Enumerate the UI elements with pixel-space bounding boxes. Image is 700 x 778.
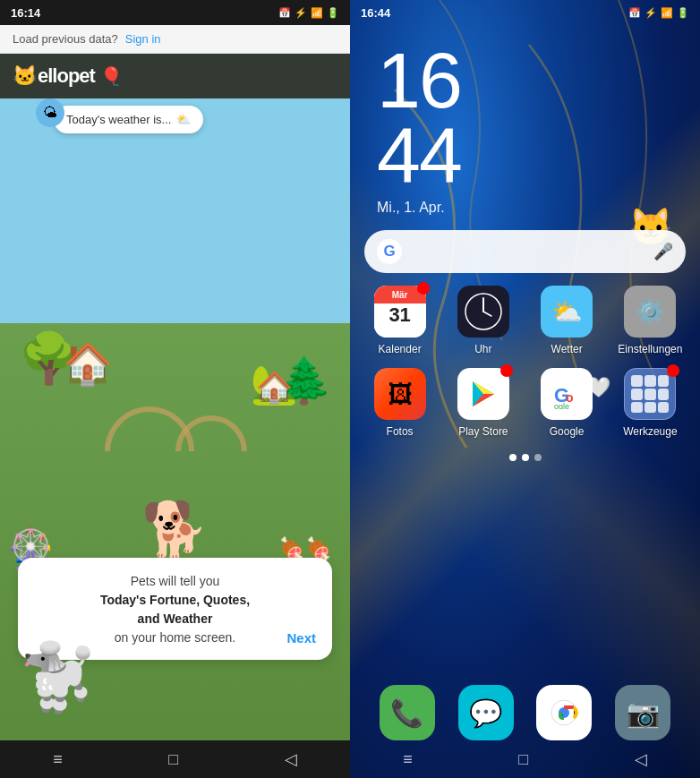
google-label: Google — [550, 425, 585, 438]
app-item-werkzeuge[interactable]: Werkzeuge — [615, 368, 686, 438]
r-bluetooth-icon: ⚡ — [645, 7, 657, 19]
home-icon[interactable]: □ — [168, 750, 178, 769]
weather-bubble: Today's weather is... ⛅ — [54, 106, 203, 133]
wg-dot-1 — [631, 375, 643, 387]
dock-messages[interactable]: 💬 — [458, 685, 514, 740]
messages-icon: 💬 — [469, 697, 502, 729]
app-item-kalender[interactable]: Mär 31 Kalender — [364, 286, 435, 355]
google-icon: G o ogle — [541, 368, 593, 420]
wg-dot-4 — [631, 389, 643, 400]
signal-icon: 📶 — [311, 7, 323, 19]
app-item-uhr[interactable]: Uhr — [448, 286, 518, 355]
werkzeuge-icon-wrapper — [624, 368, 676, 420]
info-card-text: Pets will tell you Today's Fortune, Quot… — [34, 572, 316, 647]
building-right: 🏡 — [251, 363, 297, 406]
microphone-icon[interactable]: 🎤 — [653, 242, 673, 261]
left-time: 16:14 — [11, 6, 40, 20]
wg-dot-8 — [645, 402, 656, 414]
page-dot-1[interactable] — [509, 454, 516, 461]
bottom-dock: 📞 💬 📷 — [350, 685, 700, 740]
app-item-playstore[interactable]: Play Store — [448, 368, 518, 438]
house-left: 🏠 — [63, 340, 113, 388]
arch2 — [175, 415, 247, 451]
app-content: 🐱ellopet 🎈 🌤 Today's weather is... ⛅ 🌳 🏠… — [0, 54, 350, 740]
clock-display: 16 44 Mi., 1. Apr. — [350, 25, 700, 216]
app-item-einstellungen[interactable]: ⚙️ Einstellungen — [615, 286, 686, 355]
phone-icon: 📞 — [390, 697, 423, 729]
right-time: 16:44 — [361, 6, 390, 20]
werkzeuge-label: Werkzeuge — [623, 425, 677, 438]
dock-camera[interactable]: 📷 — [615, 685, 670, 740]
einstellungen-icon-wrapper: ⚙️ — [624, 286, 676, 338]
wg-dot-9 — [658, 402, 670, 414]
load-previous-text: Load previous data? — [13, 32, 118, 46]
r-calendar-icon: 📅 — [628, 7, 641, 19]
clock-minutes: 44 — [377, 118, 700, 193]
right-status-bar: 16:44 📅 ⚡ 📶 🔋 — [350, 0, 700, 25]
fotos-label: Fotos — [387, 425, 414, 438]
wg-dot-7 — [631, 402, 643, 414]
weather-circle-icon: 🌤 — [36, 98, 64, 127]
menu-icon[interactable]: ≡ — [53, 750, 63, 769]
r-home-icon[interactable]: □ — [518, 750, 528, 769]
fotos-icon: 🖼 — [374, 368, 426, 420]
playstore-label: Play Store — [458, 425, 508, 438]
uhr-icon-wrapper — [457, 286, 509, 338]
wetter-icon: ⛅ — [541, 286, 593, 338]
r-battery-icon: 🔋 — [677, 7, 689, 19]
google-icon-wrapper: G o ogle — [541, 368, 593, 420]
google-g-logo: G — [377, 239, 402, 264]
wg-dot-5 — [645, 389, 656, 400]
playstore-icon-wrapper — [457, 368, 509, 420]
back-icon[interactable]: ◁ — [285, 749, 297, 769]
page-dots — [350, 454, 700, 461]
left-nav-bar: ≡ □ ◁ — [0, 740, 350, 778]
r-menu-icon[interactable]: ≡ — [403, 750, 413, 769]
werkzeuge-grid — [627, 372, 672, 416]
weather-bubble-text: Today's weather is... — [66, 113, 171, 126]
camera-icon: 📷 — [627, 697, 660, 729]
cat-logo-icon: 🐱 — [13, 64, 36, 87]
search-bar[interactable]: G 🎤 — [364, 230, 686, 273]
balloon-icon: 🎈 — [100, 65, 123, 87]
app-header: 🐱ellopet 🎈 — [0, 54, 350, 98]
right-status-icons: 📅 ⚡ 📶 🔋 — [628, 7, 689, 19]
uhr-icon — [457, 286, 509, 338]
clock-svg — [463, 291, 504, 332]
google-svg: G o ogle — [551, 379, 582, 409]
cloud-icon: ⛅ — [176, 113, 191, 126]
app-item-wetter[interactable]: ⛅ Wetter — [532, 286, 602, 355]
calendar-icon: 📅 — [278, 7, 291, 19]
wg-dot-6 — [658, 389, 670, 400]
sign-in-link[interactable]: Sign in — [125, 32, 161, 46]
r-signal-icon: 📶 — [661, 7, 673, 19]
r-back-icon[interactable]: ◁ — [635, 749, 647, 769]
white-dog-character: 🐩 — [18, 639, 98, 715]
wetter-label: Wetter — [551, 343, 583, 355]
werkzeuge-icon — [624, 368, 676, 420]
bluetooth-icon: ⚡ — [295, 7, 307, 19]
svg-line-2 — [483, 312, 491, 316]
left-status-bar: 16:14 📅 ⚡ 📶 🔋 — [0, 0, 350, 25]
battery-icon: 🔋 — [327, 7, 339, 19]
app-item-google[interactable]: G o ogle Google — [532, 368, 602, 438]
einstellungen-label: Einstellungen — [618, 343, 682, 355]
playstore-svg — [468, 379, 499, 409]
left-phone: 16:14 📅 ⚡ 📶 🔋 Load previous data? Sign i… — [0, 0, 350, 778]
app-logo: 🐱ellopet — [13, 64, 95, 88]
load-previous-bar: Load previous data? Sign in — [0, 25, 350, 54]
fotos-icon-wrapper: 🖼 — [374, 368, 426, 420]
fotos-inner: 🖼 — [374, 368, 426, 420]
einstellungen-icon: ⚙️ — [624, 286, 676, 338]
app-item-fotos[interactable]: 🖼 Fotos — [364, 368, 435, 438]
next-button[interactable]: Next — [286, 630, 316, 645]
app-grid-row1: Mär 31 Kalender Uhr — [350, 273, 700, 438]
page-dot-3[interactable] — [534, 454, 542, 461]
playstore-badge — [500, 364, 513, 377]
dock-phone[interactable]: 📞 — [380, 685, 435, 740]
kalender-icon: Mär 31 — [374, 286, 426, 338]
uhr-label: Uhr — [474, 343, 491, 355]
dock-chrome[interactable] — [536, 685, 592, 740]
page-dot-2[interactable] — [522, 454, 529, 461]
search-input[interactable] — [411, 230, 645, 273]
